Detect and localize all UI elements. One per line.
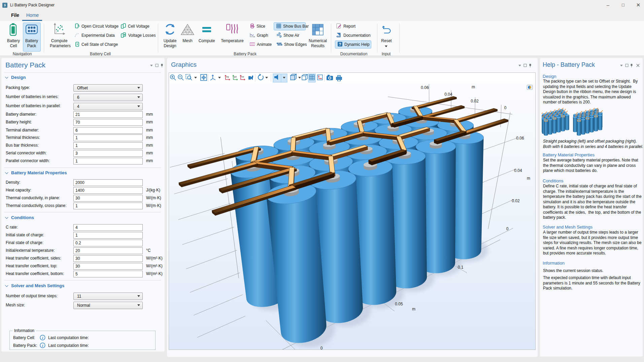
svg-text:m: m: [527, 176, 530, 181]
svg-text:0: 0: [504, 105, 507, 110]
svg-text:0.02: 0.02: [471, 99, 479, 103]
svg-text:0.02: 0.02: [512, 199, 520, 203]
svg-text:xy: xy: [226, 75, 229, 78]
svg-text:yz: yz: [234, 75, 237, 78]
svg-text:m: m: [412, 307, 415, 311]
svg-text:m: m: [472, 85, 475, 89]
svg-text:0.05: 0.05: [395, 302, 403, 306]
svg-text:i: i: [42, 343, 43, 348]
svg-text:?: ?: [339, 42, 341, 47]
svg-text:0.1: 0.1: [458, 265, 464, 270]
svg-text:0.06: 0.06: [421, 85, 429, 90]
svg-text:0: 0: [506, 227, 509, 231]
svg-text:xz: xz: [241, 75, 244, 78]
svg-text:i: i: [42, 336, 43, 340]
svg-text:0: 0: [320, 346, 323, 350]
svg-text:0.06: 0.06: [516, 136, 524, 141]
svg-text:0.04: 0.04: [444, 92, 452, 97]
svg-text:0.04: 0.04: [514, 168, 522, 173]
